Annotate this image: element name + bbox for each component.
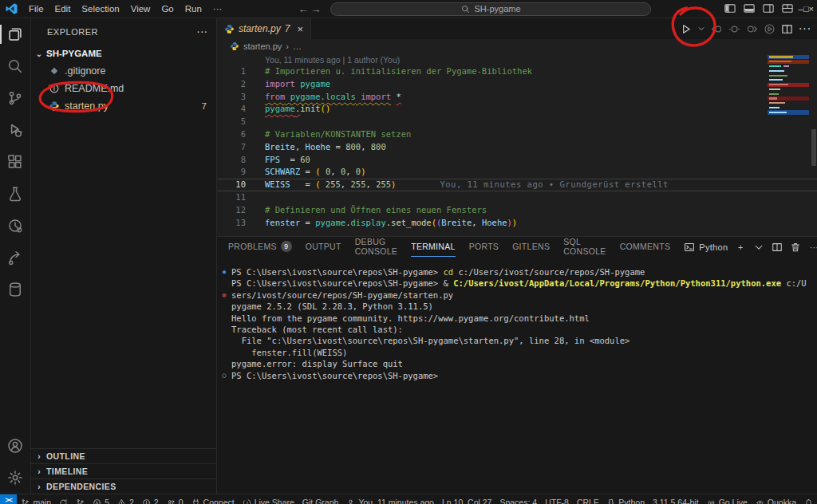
status-git-graph[interactable]: Git Graph bbox=[298, 494, 343, 504]
file-item-readme-md[interactable]: README.md bbox=[31, 80, 216, 97]
panel-tab-sql-console[interactable]: SQL CONSOLE bbox=[563, 237, 606, 257]
trash-icon[interactable] bbox=[790, 242, 801, 253]
layout-panel-icon[interactable] bbox=[740, 2, 759, 14]
panel-tab-comments[interactable]: COMMENTS bbox=[620, 237, 671, 257]
layout-split-icon[interactable] bbox=[759, 2, 778, 14]
status-encoding[interactable]: UTF-8 bbox=[541, 494, 573, 504]
sidebar-section-timeline[interactable]: ›TIMELINE bbox=[31, 463, 216, 478]
command-center-search[interactable]: SH-pygame bbox=[330, 2, 651, 16]
activity-database[interactable] bbox=[0, 274, 30, 305]
arrow-right-icon[interactable]: → bbox=[310, 3, 322, 15]
terminal-output[interactable]: ●PS C:\Users\ivost\source\repos\SH-pygam… bbox=[217, 257, 817, 494]
status-liveshare-count[interactable]: 0 bbox=[163, 494, 187, 504]
menu-edit[interactable]: Edit bbox=[49, 3, 77, 14]
status-warnings[interactable]: 2 bbox=[113, 494, 138, 504]
split-editor-icon[interactable] bbox=[772, 242, 783, 253]
status-eol[interactable]: CRLF bbox=[573, 494, 602, 504]
more-actions-icon[interactable]: ··· bbox=[799, 23, 811, 35]
status-sync[interactable] bbox=[55, 494, 72, 504]
status-remote[interactable]: >< bbox=[0, 494, 17, 504]
code-text: # Importieren u. initialisieren der Pyga… bbox=[265, 65, 532, 78]
tree-root-folder[interactable]: ⌄ SH-PYGAME bbox=[31, 45, 216, 62]
close-button[interactable]: × bbox=[809, 4, 814, 14]
editor-scrollbar[interactable] bbox=[810, 53, 817, 236]
arrow-left-icon[interactable]: ← bbox=[297, 3, 310, 15]
status-language-mode[interactable]: {}Python bbox=[602, 494, 649, 504]
activity-history[interactable] bbox=[0, 210, 30, 242]
minimap[interactable] bbox=[768, 55, 809, 115]
search-icon bbox=[461, 5, 470, 14]
status-cursor-position[interactable]: Ln 10, Col 27 bbox=[438, 494, 495, 504]
code-editor[interactable]: You, 11 minutes ago | 1 author (You) 1# … bbox=[217, 53, 817, 236]
status-connect[interactable]: Connect bbox=[187, 494, 239, 504]
activity-search[interactable] bbox=[0, 50, 30, 82]
status-python-interpreter[interactable]: 3.11.5 64-bit bbox=[649, 494, 703, 504]
file-item-starten-py[interactable]: starten.py7 bbox=[31, 97, 216, 115]
code-line-13: 13fenster = pygame.display.set_mode((Bre… bbox=[217, 217, 817, 230]
status-go-live[interactable]: Go Live bbox=[703, 494, 752, 504]
step-forward-icon[interactable] bbox=[746, 23, 758, 35]
terminal-gutter bbox=[217, 347, 231, 358]
line-number: 5 bbox=[217, 116, 246, 128]
gitlens-blame-lens[interactable]: You, 11 minutes ago | 1 author (You) bbox=[217, 54, 817, 65]
status-indentation[interactable]: Spaces: 4 bbox=[495, 494, 541, 504]
code-token: # Variablen/KONSTANTEN setzen bbox=[265, 129, 411, 139]
panel-tab-output[interactable]: OUTPUT bbox=[306, 237, 341, 257]
layout-sidebar-icon[interactable] bbox=[720, 2, 740, 14]
active-shell[interactable]: Python bbox=[684, 242, 728, 253]
activity-run-debug[interactable] bbox=[0, 114, 30, 146]
status-infos[interactable]: 2 bbox=[138, 494, 163, 504]
titlebar: FileEditSelectionViewGoRun··· ←→ SH-pyga… bbox=[0, 0, 817, 18]
tab-starten-py[interactable]: starten.py 7 × bbox=[217, 18, 311, 39]
minimap-code bbox=[769, 93, 779, 95]
panel-tab-problems[interactable]: PROBLEMS9 bbox=[228, 237, 292, 257]
more-actions-icon[interactable]: ··· bbox=[808, 242, 817, 253]
terminal-text: PS C:\Users\ivost\source\repos\SH-pygame… bbox=[231, 370, 438, 381]
activity-git-graph[interactable] bbox=[0, 242, 30, 274]
menu-file[interactable]: File bbox=[23, 3, 49, 14]
panel-tab-ports[interactable]: PORTS bbox=[469, 237, 499, 257]
run-button-icon[interactable] bbox=[680, 23, 692, 35]
menu-view[interactable]: View bbox=[125, 3, 156, 14]
status-branch[interactable]: main bbox=[17, 494, 55, 504]
chevron-down-icon[interactable] bbox=[753, 242, 764, 253]
panel-tab-terminal[interactable]: TERMINAL bbox=[411, 237, 456, 257]
code-token: 255 bbox=[351, 179, 366, 189]
menu-selection[interactable]: Selection bbox=[76, 3, 124, 14]
line-number: 3 bbox=[217, 91, 246, 104]
status-quokka[interactable]: Quokka bbox=[752, 494, 800, 504]
maximize-button[interactable]: □ bbox=[803, 4, 809, 14]
split-editor-icon[interactable] bbox=[781, 23, 793, 35]
status-live-share[interactable]: Live Share bbox=[239, 494, 298, 504]
terminal-icon bbox=[684, 242, 695, 253]
panel-tab-debug-console[interactable]: DEBUG CONSOLE bbox=[355, 237, 397, 257]
file-item--gitignore[interactable]: .gitignore bbox=[31, 62, 216, 80]
panel-tab-gitlens[interactable]: GITLENS bbox=[512, 237, 550, 257]
menu-[interactable]: ··· bbox=[207, 3, 228, 14]
breadcrumb[interactable]: starten.py › … bbox=[217, 39, 817, 53]
activity-source-control[interactable] bbox=[0, 82, 30, 114]
search-label: SH-pygame bbox=[475, 4, 521, 14]
chevron-down-icon[interactable] bbox=[697, 25, 705, 33]
explorer-more-actions-button[interactable]: ··· bbox=[197, 27, 208, 37]
activity-explorer[interactable] bbox=[0, 18, 30, 50]
sidebar-section-outline[interactable]: ›OUTLINE bbox=[31, 448, 216, 463]
activity-testing[interactable] bbox=[0, 178, 30, 210]
menu-go[interactable]: Go bbox=[156, 3, 179, 14]
circle-dash-icon[interactable] bbox=[728, 23, 740, 35]
activity-account[interactable] bbox=[0, 430, 30, 462]
plus-icon[interactable]: + bbox=[735, 242, 746, 253]
activity-extensions[interactable] bbox=[0, 146, 30, 178]
status-notifications[interactable] bbox=[800, 494, 817, 504]
code-token: ) bbox=[512, 218, 517, 227]
activity-settings[interactable] bbox=[0, 462, 30, 494]
status-branch-compare[interactable] bbox=[72, 494, 89, 504]
run-below-icon[interactable] bbox=[764, 23, 776, 35]
sidebar-section-dependencies[interactable]: ›DEPENDENCIES bbox=[31, 478, 216, 494]
tab-close-icon[interactable]: × bbox=[297, 23, 303, 35]
status-errors[interactable]: 5 bbox=[89, 494, 113, 504]
layout-grid-icon[interactable] bbox=[778, 2, 797, 14]
step-back-icon[interactable] bbox=[711, 23, 723, 35]
menu-run[interactable]: Run bbox=[180, 3, 207, 14]
status-blame[interactable]: You, 11 minutes ago bbox=[342, 494, 438, 504]
